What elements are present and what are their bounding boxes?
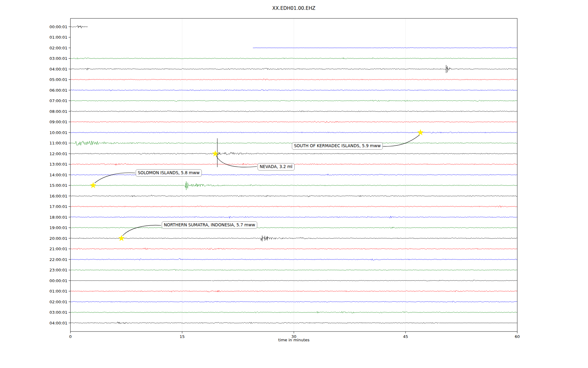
y-tick-label: 08:00:01 <box>50 109 67 114</box>
y-tick-label: 16:00:01 <box>50 194 67 198</box>
y-tick-label: 03:00:01 <box>50 56 67 61</box>
trace-row-17-17:00:01 <box>70 206 517 207</box>
figure-title: XX.EDH01.00.EHZ <box>70 6 517 11</box>
trace-row-25-01:00:01 <box>70 290 517 292</box>
annotation-connector <box>123 225 161 236</box>
y-tick-label: 18:00:01 <box>50 215 67 220</box>
trace-row-21-21:00:01 <box>70 248 517 250</box>
annotation-connector <box>95 173 135 183</box>
y-tick-label: 00:00:01 <box>50 25 67 29</box>
y-tick-label: 01:00:01 <box>50 35 67 40</box>
trace-row-18-18:00:01 <box>70 216 517 218</box>
helicorder-figure: 00:00:0101:00:0102:00:0103:00:0104:00:01… <box>0 0 588 368</box>
trace-row-2-02:00:01 <box>253 47 517 48</box>
y-tick-label: 20:00:01 <box>50 236 67 241</box>
y-tick-label: 21:00:01 <box>50 247 67 251</box>
y-tick-label: 03:00:01 <box>50 310 67 315</box>
annotation-connector <box>216 156 257 167</box>
event-annotation: NORTHERN SUMATRA, INDONESIA, 5.7 mww <box>162 221 257 229</box>
x-axis-label: time in minutes <box>70 338 517 342</box>
y-tick-label: 06:00:01 <box>50 88 67 93</box>
y-tick-label: 13:00:01 <box>50 162 67 167</box>
trace-row-20-20:00:01 <box>70 237 517 240</box>
trace-row-22-22:00:01 <box>70 259 517 260</box>
event-star-icon <box>90 182 96 188</box>
y-tick-label: 00:00:01 <box>50 278 67 283</box>
y-tick-label: 11:00:01 <box>50 141 67 145</box>
trace-row-15-15:00:01 <box>70 183 517 188</box>
y-tick-label: 01:00:01 <box>50 289 67 293</box>
annotation-connector <box>380 135 420 146</box>
y-tick-label: 15:00:01 <box>50 183 67 188</box>
event-star-icon <box>118 235 125 241</box>
y-tick-label: 07:00:01 <box>50 98 67 103</box>
y-tick-label: 22:00:01 <box>50 257 67 262</box>
event-annotation: SOUTH OF KERMADEC ISLANDS, 5.9 mww <box>292 142 383 150</box>
y-tick-label: 02:00:01 <box>50 46 67 50</box>
y-tick-label: 09:00:01 <box>50 120 67 124</box>
event-star-icon <box>212 150 219 156</box>
event-annotation: SOLOMON ISLANDS, 5.8 mww <box>136 169 202 177</box>
trace-row-0-00:00:01 <box>70 25 88 28</box>
y-tick-label: 17:00:01 <box>50 204 67 209</box>
y-tick-label: 10:00:01 <box>50 130 67 135</box>
y-tick-label: 04:00:01 <box>50 67 67 71</box>
y-tick-label: 12:00:01 <box>50 151 67 156</box>
trace-row-9-09:00:01 <box>70 121 517 123</box>
y-tick-label: 23:00:01 <box>50 268 67 272</box>
y-tick-label: 02:00:01 <box>50 300 67 304</box>
event-star-icon <box>417 129 424 135</box>
y-tick-label: 05:00:01 <box>50 77 67 82</box>
y-tick-label: 14:00:01 <box>50 173 67 177</box>
event-annotation: NEVADA, 3.2 ml <box>258 163 295 171</box>
helicorder-plot: 00:00:0101:00:0102:00:0103:00:0104:00:01… <box>0 0 588 368</box>
y-tick-label: 04:00:01 <box>50 321 67 325</box>
y-tick-label: 19:00:01 <box>50 225 67 230</box>
